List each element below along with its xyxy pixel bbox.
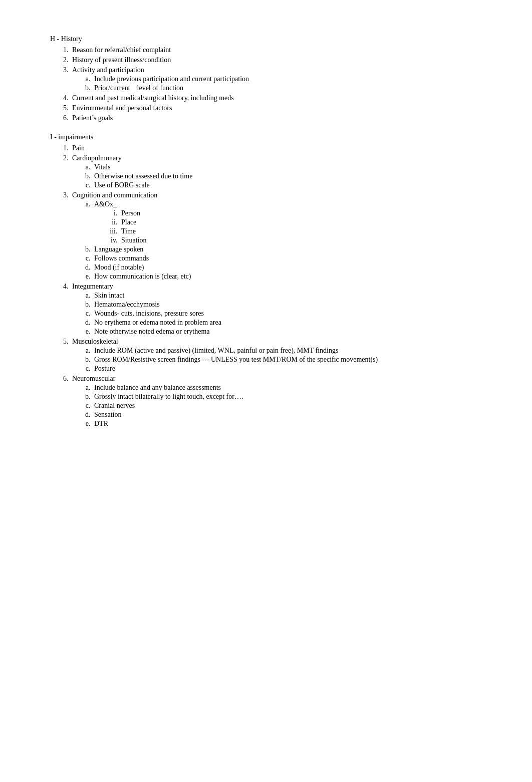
item-text: Place	[121, 218, 136, 226]
item-text: Hematoma/ecchymosis	[94, 301, 160, 308]
item-text: Cardiopulmonary	[72, 154, 122, 162]
item-text: Person	[121, 209, 140, 217]
item-text: Musculoskeletal	[72, 338, 118, 345]
item-text: DTR	[94, 420, 108, 427]
section-I-list: Pain Cardiopulmonary Vitals Otherwise no…	[50, 144, 492, 428]
item-text: Posture	[94, 365, 115, 372]
sublist: Include previous participation and curre…	[72, 75, 492, 92]
item-text: Follows commands	[94, 254, 149, 262]
section-I-header: I - impairments	[50, 133, 492, 141]
list-item: Mood (if notable)	[92, 264, 492, 272]
list-item: Patient’s goals	[70, 114, 492, 122]
document-content: H - History Reason for referral/chief co…	[50, 35, 492, 428]
list-item: Pain	[70, 144, 492, 152]
list-item: Sensation	[92, 411, 492, 419]
item-text: Mood (if notable)	[94, 264, 144, 271]
item-text: Sensation	[94, 411, 121, 418]
item-text: Pain	[72, 144, 85, 152]
list-item: Cognition and communication A&Ox_ Person…	[70, 191, 492, 281]
list-item: Place	[119, 218, 492, 226]
item-text: Situation	[121, 236, 147, 244]
sublist: Include ROM (active and passive) (limite…	[72, 347, 492, 373]
list-item: Use of BORG scale	[92, 181, 492, 189]
item-text: No erythema or edema noted in problem ar…	[94, 319, 221, 326]
item-text: Activity and participation	[72, 66, 144, 74]
list-item: Cranial nerves	[92, 402, 492, 410]
item-text: History of present illness/condition	[72, 56, 171, 64]
list-item: How communication is (clear, etc)	[92, 273, 492, 281]
list-item: Follows commands	[92, 254, 492, 263]
list-item: Situation	[119, 236, 492, 244]
list-item: Wounds- cuts, incisions, pressure sores	[92, 310, 492, 318]
section-I: I - impairments Pain Cardiopulmonary Vit…	[50, 133, 492, 428]
sublist: Vitals Otherwise not assessed due to tim…	[72, 163, 492, 189]
item-text: How communication is (clear, etc)	[94, 273, 191, 280]
list-item: Reason for referral/chief complaint	[70, 46, 492, 54]
item-text: Use of BORG scale	[94, 181, 150, 189]
item-text: Gross ROM/Resistive screen findings --- …	[94, 356, 378, 363]
item-text: Wounds- cuts, incisions, pressure sores	[94, 310, 204, 317]
item-text: Otherwise not assessed due to time	[94, 172, 192, 180]
item-text: Time	[121, 227, 136, 235]
list-item: Prior/current level of function	[92, 84, 492, 92]
list-item: Vitals	[92, 163, 492, 171]
item-text: Grossly intact bilaterally to light touc…	[94, 393, 243, 400]
list-item: Environmental and personal factors	[70, 104, 492, 112]
item-text: Include balance and any balance assessme…	[94, 384, 221, 391]
list-item: Activity and participation Include previ…	[70, 66, 492, 92]
list-item: Current and past medical/surgical histor…	[70, 94, 492, 102]
list-item: Musculoskeletal Include ROM (active and …	[70, 338, 492, 373]
sublist-roman: Person Place Time Situation	[94, 209, 492, 244]
sublist: Include balance and any balance assessme…	[72, 384, 492, 428]
list-item: Note otherwise noted edema or erythema	[92, 328, 492, 336]
list-item: Time	[119, 227, 492, 235]
item-text: Cranial nerves	[94, 402, 135, 409]
list-item: Language spoken	[92, 245, 492, 253]
item-text: Current and past medical/surgical histor…	[72, 94, 234, 102]
item-text: Cognition and communication	[72, 191, 157, 199]
item-text: Note otherwise noted edema or erythema	[94, 328, 210, 335]
item-text: Patient’s goals	[72, 114, 113, 122]
list-item: No erythema or edema noted in problem ar…	[92, 319, 492, 327]
list-item: Neuromuscular Include balance and any ba…	[70, 375, 492, 428]
item-text: Prior/current level of function	[94, 84, 183, 92]
section-H-list: Reason for referral/chief complaint Hist…	[50, 46, 492, 122]
sublist: A&Ox_ Person Place Time	[72, 200, 492, 281]
list-item: A&Ox_ Person Place Time	[92, 200, 492, 244]
list-item: Hematoma/ecchymosis	[92, 301, 492, 309]
list-item: History of present illness/condition	[70, 56, 492, 64]
item-text: Skin intact	[94, 292, 124, 299]
sublist: Skin intact Hematoma/ecchymosis Wounds- …	[72, 292, 492, 336]
item-text: Language spoken	[94, 245, 143, 253]
item-text: Vitals	[94, 163, 111, 171]
list-item: Include ROM (active and passive) (limite…	[92, 347, 492, 355]
item-text: Environmental and personal factors	[72, 104, 172, 112]
list-item: Posture	[92, 365, 492, 373]
list-item: Skin intact	[92, 292, 492, 300]
list-item: Person	[119, 209, 492, 217]
item-text: Integumentary	[72, 283, 113, 290]
list-item: DTR	[92, 420, 492, 428]
list-item: Cardiopulmonary Vitals Otherwise not ass…	[70, 154, 492, 189]
item-text: Reason for referral/chief complaint	[72, 46, 171, 54]
list-item: Otherwise not assessed due to time	[92, 172, 492, 180]
item-text: Include previous participation and curre…	[94, 75, 249, 83]
list-item: Include previous participation and curre…	[92, 75, 492, 83]
list-item: Include balance and any balance assessme…	[92, 384, 492, 392]
list-item: Integumentary Skin intact Hematoma/ecchy…	[70, 283, 492, 336]
list-item: Grossly intact bilaterally to light touc…	[92, 393, 492, 401]
item-text: Neuromuscular	[72, 375, 115, 382]
item-text: A&Ox_	[94, 200, 117, 208]
item-text: Include ROM (active and passive) (limite…	[94, 347, 338, 354]
section-H: H - History Reason for referral/chief co…	[50, 35, 492, 122]
list-item: Gross ROM/Resistive screen findings --- …	[92, 356, 492, 364]
section-H-header: H - History	[50, 35, 492, 43]
